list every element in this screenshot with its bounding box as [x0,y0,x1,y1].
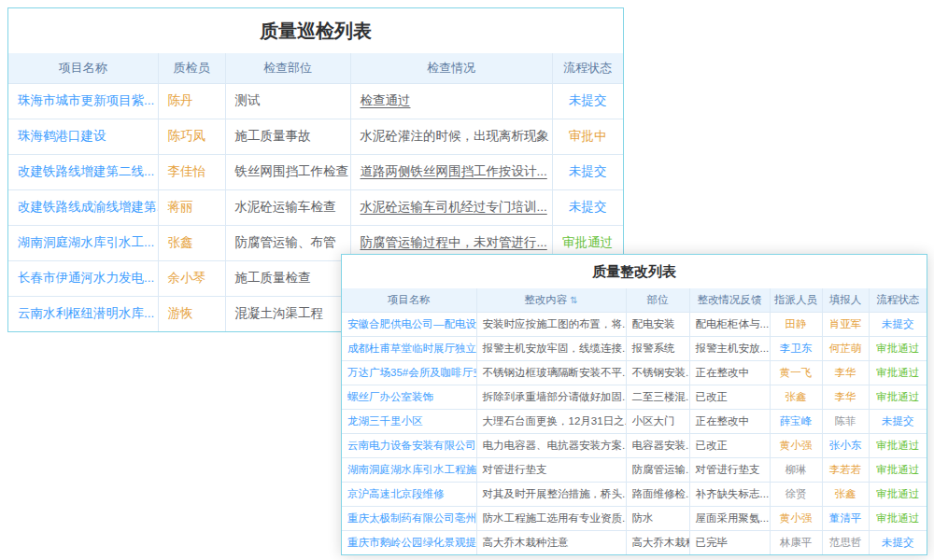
inspection-situation: 检查通过 [350,83,552,119]
rectify-feedback: 屋面采用聚氨... [689,506,770,530]
inspection-situation: 水泥砼灌注的时候，出现离析现象 [350,119,552,154]
dashboard-canvas: 质量巡检列表 项目名称 质检员 检查部位 检查情况 流程状态 珠海市城市更新项目… [0,0,934,560]
project-link[interactable]: 重庆太极制药有限公司亳州中... [342,506,476,530]
rectify-feedback: 已改正 [689,433,770,457]
table-row: 湖南洞庭湖水库引水工程施工1标 对管进行垫支 防腐管运输... 对管进行垫支 柳… [342,457,927,482]
status-badge: 审批通过 [869,506,927,530]
project-link[interactable]: 成都杜甫草堂临时展厅独立展... [342,336,476,360]
rectify-part: 高大乔木栽种 [626,530,689,554]
rectify-content: 电力电容器、电抗器安装方案... [476,433,626,457]
assignee-name: 徐贤 [770,482,822,506]
inspector-name: 游恢 [158,296,225,331]
col-header-project: 项目名称 [342,288,476,312]
project-link[interactable]: 京沪高速北京段维修 [342,482,476,506]
assignee-name: 黄小强 [770,506,822,530]
reporter-name: 张小东 [822,433,869,457]
table-row: 万达广场35#会所及咖啡厅空... 不锈钢边框玻璃隔断安装不平... 不锈钢安装… [342,360,927,385]
status-badge: 未提交 [552,189,623,225]
table-row: 珠海市城市更新项目紫... 陈丹 测试 检查通过 未提交 [8,83,623,119]
table-row: 重庆太极制药有限公司亳州中... 防水工程施工选用有专业资质... 防水 屋面采… [342,506,927,530]
col-header-part: 检查部位 [225,53,350,83]
col-header-inspector: 质检员 [158,53,225,83]
col-header-content-label: 整改内容 [524,294,567,305]
project-link[interactable]: 安徽合肥供电公司—配电设备... [342,312,476,336]
project-link[interactable]: 珠海市城市更新项目紫... [8,83,158,119]
inspection-panel-title: 质量巡检列表 [8,8,623,53]
assignee-name: 田静 [770,312,822,336]
rectify-part: 报警系统 [626,336,689,360]
col-header-assignee: 指派人员 [770,288,822,312]
rectify-part: 路面维修检... [626,482,689,506]
rectify-feedback: 正在整改中 [689,360,770,385]
reporter-name: 肖亚军 [822,312,869,336]
status-badge: 未提交 [552,83,623,119]
rectify-content: 安装时应按施工图的布置，将... [476,312,626,336]
status-badge: 未提交 [552,154,623,189]
rectify-content: 拆除到承重墙部分请做好加固... [476,385,626,409]
sort-icon[interactable]: ⇅ [570,295,577,305]
project-link[interactable]: 万达广场35#会所及咖啡厅空... [342,360,476,385]
project-link[interactable]: 重庆市鹅岭公园绿化景观提升... [342,530,476,554]
status-badge: 审批通过 [869,385,927,409]
reporter-name: 李若若 [822,457,869,482]
inspector-name: 李佳怡 [158,154,225,189]
inspection-part: 铁丝网围挡工作检查 [225,154,350,189]
table-row: 珠海鹤港口建设 陈巧凤 施工质量事故 水泥砼灌注的时候，出现离析现象 审批中 [8,119,623,154]
status-badge: 审批通过 [869,482,927,506]
reporter-name: 李华 [822,385,869,409]
inspection-situation: 水泥砼运输车司机经过专门培训... [350,189,552,225]
inspector-name: 陈巧凤 [158,119,225,154]
status-badge: 审批通过 [869,360,927,385]
assignee-name: 李卫东 [770,336,822,360]
inspector-name: 蒋丽 [158,189,225,225]
project-link[interactable]: 改建铁路线增建第二线... [8,154,158,189]
table-row: 成都杜甫草堂临时展厅独立展... 报警主机安放牢固，线缆连接... 报警系统 报… [342,336,927,360]
table-row: 龙湖三千里小区 大理石台面更换，12月31日之... 小区大门 正在整改中 薛宝… [342,409,927,433]
assignee-name: 薛宝峰 [770,409,822,433]
col-header-part: 部位 [626,288,689,312]
table-row: 改建铁路线增建第二线... 李佳怡 铁丝网围挡工作检查 道路两侧铁丝网围挡工作按… [8,154,623,189]
inspection-part: 测试 [225,83,350,119]
rectification-panel: 质量整改列表 项目名称 整改内容⇅ 部位 整改情况反馈 指派人员 填报人 流程状… [341,254,927,555]
rectify-content: 不锈钢边框玻璃隔断安装不平... [476,360,626,385]
inspection-part: 施工质量检查 [225,260,350,296]
inspection-situation: 道路两侧铁丝网围挡工作按设计... [350,154,552,189]
table-row: 重庆市鹅岭公园绿化景观提升... 高大乔木栽种注意 高大乔木栽种 已完毕 林康平… [342,530,927,554]
assignee-name: 张鑫 [770,385,822,409]
project-link[interactable]: 云南电力设备安装有限公司20... [342,433,476,457]
table-row: 云南电力设备安装有限公司20... 电力电容器、电抗器安装方案... 电容器安装… [342,433,927,457]
inspection-part: 防腐管运输、布管 [225,225,350,260]
project-link[interactable]: 珠海鹤港口建设 [8,119,158,154]
project-link[interactable]: 湖南洞庭湖水库引水工... [8,225,158,260]
col-header-reporter: 填报人 [822,288,869,312]
rectify-feedback: 已改正 [689,385,770,409]
project-link[interactable]: 云南水利枢纽潜明水库... [8,296,158,331]
reporter-name: 何芷萌 [822,336,869,360]
status-badge: 审批中 [552,119,623,154]
table-row: 螺丝厂办公室装饰 拆除到承重墙部分请做好加固... 二至三楼混... 已改正 张… [342,385,927,409]
rectify-feedback: 已完毕 [689,530,770,554]
rectification-header-row: 项目名称 整改内容⇅ 部位 整改情况反馈 指派人员 填报人 流程状态 [342,288,927,312]
status-badge: 审批通过 [869,336,927,360]
inspection-header-row: 项目名称 质检员 检查部位 检查情况 流程状态 [8,53,623,83]
rectify-part: 小区大门 [626,409,689,433]
project-link[interactable]: 龙湖三千里小区 [342,409,476,433]
project-link[interactable]: 改建铁路线成渝线增建第... [8,189,158,225]
inspector-name: 张鑫 [158,225,225,260]
table-row: 安徽合肥供电公司—配电设备... 安装时应按施工图的布置，将... 配电安装 配… [342,312,927,336]
rectify-content: 高大乔木栽种注意 [476,530,626,554]
rectification-panel-title: 质量整改列表 [342,255,927,288]
rectify-content: 报警主机安放牢固，线缆连接... [476,336,626,360]
assignee-name: 柳琳 [770,457,822,482]
project-link[interactable]: 湖南洞庭湖水库引水工程施工1标 [342,457,476,482]
reporter-name: 张鑫 [822,482,869,506]
assignee-name: 黄一飞 [770,360,822,385]
status-badge: 未提交 [869,409,927,433]
project-link[interactable]: 长春市伊通河水力发电... [8,260,158,296]
inspector-name: 陈丹 [158,83,225,119]
rectify-feedback: 报警主机安放... [689,336,770,360]
rectify-part: 配电安装 [626,312,689,336]
project-link[interactable]: 螺丝厂办公室装饰 [342,385,476,409]
rectify-feedback: 配电柜柜体与... [689,312,770,336]
assignee-name: 林康平 [770,530,822,554]
